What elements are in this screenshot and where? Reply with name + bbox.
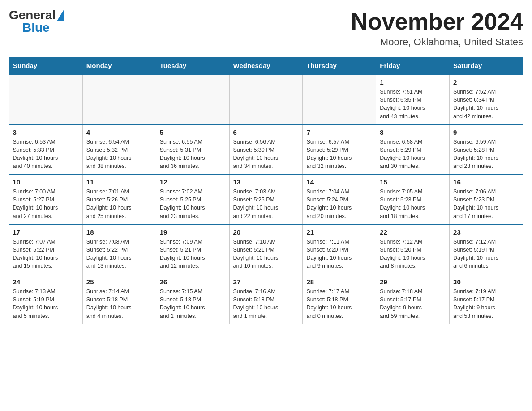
day-number: 6: [233, 128, 299, 136]
day-info: Sunrise: 7:13 AM Sunset: 5:19 PM Dayligh…: [13, 287, 79, 320]
day-info: Sunrise: 6:58 AM Sunset: 5:29 PM Dayligh…: [380, 138, 446, 171]
day-info: Sunrise: 7:00 AM Sunset: 5:27 PM Dayligh…: [13, 188, 79, 220]
day-number: 22: [380, 228, 446, 236]
day-info: Sunrise: 7:07 AM Sunset: 5:22 PM Dayligh…: [13, 238, 79, 270]
calendar-cell: [82, 74, 156, 124]
day-number: 3: [13, 128, 79, 136]
logo-general-text: General: [9, 9, 56, 21]
day-info: Sunrise: 7:18 AM Sunset: 5:17 PM Dayligh…: [380, 287, 446, 320]
calendar-cell: 11Sunrise: 7:01 AM Sunset: 5:26 PM Dayli…: [82, 174, 156, 224]
day-number: 30: [453, 278, 519, 286]
day-info: Sunrise: 7:11 AM Sunset: 5:20 PM Dayligh…: [306, 238, 372, 270]
day-number: 28: [306, 278, 372, 286]
calendar-cell: 25Sunrise: 7:14 AM Sunset: 5:18 PM Dayli…: [82, 274, 156, 324]
calendar-cell: 6Sunrise: 6:56 AM Sunset: 5:30 PM Daylig…: [229, 124, 303, 175]
day-number: 27: [233, 278, 299, 286]
page-subtitle: Moore, Oklahoma, United States: [351, 36, 523, 48]
day-info: Sunrise: 6:59 AM Sunset: 5:28 PM Dayligh…: [453, 138, 519, 171]
day-number: 15: [380, 178, 446, 186]
calendar-cell: 2Sunrise: 7:52 AM Sunset: 6:34 PM Daylig…: [450, 74, 523, 124]
calendar-cell: 21Sunrise: 7:11 AM Sunset: 5:20 PM Dayli…: [303, 224, 376, 274]
calendar-cell: 24Sunrise: 7:13 AM Sunset: 5:19 PM Dayli…: [9, 274, 83, 324]
day-info: Sunrise: 7:08 AM Sunset: 5:22 PM Dayligh…: [86, 238, 152, 270]
day-info: Sunrise: 7:10 AM Sunset: 5:21 PM Dayligh…: [233, 238, 299, 270]
calendar-cell: [9, 74, 83, 124]
header-cell-saturday: Saturday: [450, 57, 523, 75]
day-number: 4: [86, 128, 152, 136]
calendar-body: 1Sunrise: 7:51 AM Sunset: 6:35 PM Daylig…: [9, 74, 523, 324]
day-number: 19: [160, 228, 226, 236]
day-number: 25: [86, 278, 152, 286]
calendar-cell: 29Sunrise: 7:18 AM Sunset: 5:17 PM Dayli…: [376, 274, 450, 324]
day-info: Sunrise: 7:03 AM Sunset: 5:25 PM Dayligh…: [233, 188, 299, 220]
calendar-cell: 28Sunrise: 7:17 AM Sunset: 5:18 PM Dayli…: [303, 274, 376, 324]
day-number: 24: [13, 278, 79, 286]
day-number: 10: [13, 178, 79, 186]
day-info: Sunrise: 7:52 AM Sunset: 6:34 PM Dayligh…: [453, 88, 519, 120]
header-cell-thursday: Thursday: [303, 57, 376, 75]
day-number: 17: [13, 228, 79, 236]
calendar-week-3: 10Sunrise: 7:00 AM Sunset: 5:27 PM Dayli…: [9, 174, 523, 224]
calendar-cell: 4Sunrise: 6:54 AM Sunset: 5:32 PM Daylig…: [82, 124, 156, 175]
calendar-cell: 19Sunrise: 7:09 AM Sunset: 5:21 PM Dayli…: [156, 224, 229, 274]
calendar-cell: 9Sunrise: 6:59 AM Sunset: 5:28 PM Daylig…: [450, 124, 523, 175]
calendar-cell: 17Sunrise: 7:07 AM Sunset: 5:22 PM Dayli…: [9, 224, 83, 274]
day-number: 21: [306, 228, 372, 236]
day-info: Sunrise: 7:06 AM Sunset: 5:23 PM Dayligh…: [453, 188, 519, 220]
day-info: Sunrise: 7:51 AM Sunset: 6:35 PM Dayligh…: [380, 88, 446, 120]
day-info: Sunrise: 6:54 AM Sunset: 5:32 PM Dayligh…: [86, 138, 152, 171]
day-number: 23: [453, 228, 519, 236]
day-info: Sunrise: 7:09 AM Sunset: 5:21 PM Dayligh…: [160, 238, 226, 270]
day-number: 9: [453, 128, 519, 136]
day-info: Sunrise: 7:12 AM Sunset: 5:20 PM Dayligh…: [380, 238, 446, 270]
header-cell-friday: Friday: [376, 57, 450, 75]
page-header: General Blue November 2024 Moore, Oklaho…: [9, 9, 523, 48]
calendar-cell: 16Sunrise: 7:06 AM Sunset: 5:23 PM Dayli…: [450, 174, 523, 224]
calendar-cell: 7Sunrise: 6:57 AM Sunset: 5:29 PM Daylig…: [303, 124, 376, 175]
calendar-week-5: 24Sunrise: 7:13 AM Sunset: 5:19 PM Dayli…: [9, 274, 523, 324]
calendar-cell: 5Sunrise: 6:55 AM Sunset: 5:31 PM Daylig…: [156, 124, 229, 175]
calendar-week-2: 3Sunrise: 6:53 AM Sunset: 5:33 PM Daylig…: [9, 124, 523, 175]
day-number: 18: [86, 228, 152, 236]
calendar-cell: [156, 74, 229, 124]
calendar-cell: 18Sunrise: 7:08 AM Sunset: 5:22 PM Dayli…: [82, 224, 156, 274]
day-info: Sunrise: 7:15 AM Sunset: 5:18 PM Dayligh…: [160, 287, 226, 320]
day-info: Sunrise: 7:04 AM Sunset: 5:24 PM Dayligh…: [306, 188, 372, 220]
day-info: Sunrise: 6:53 AM Sunset: 5:33 PM Dayligh…: [13, 138, 79, 171]
day-info: Sunrise: 7:19 AM Sunset: 5:17 PM Dayligh…: [453, 287, 519, 320]
day-number: 1: [380, 78, 446, 86]
day-number: 12: [160, 178, 226, 186]
day-info: Sunrise: 6:56 AM Sunset: 5:30 PM Dayligh…: [233, 138, 299, 171]
day-number: 14: [306, 178, 372, 186]
header-cell-sunday: Sunday: [9, 57, 83, 75]
header-cell-wednesday: Wednesday: [229, 57, 303, 75]
calendar-header: SundayMondayTuesdayWednesdayThursdayFrid…: [9, 57, 523, 75]
calendar-cell: 8Sunrise: 6:58 AM Sunset: 5:29 PM Daylig…: [376, 124, 450, 175]
header-row: SundayMondayTuesdayWednesdayThursdayFrid…: [9, 57, 523, 75]
day-number: 20: [233, 228, 299, 236]
day-number: 7: [306, 128, 372, 136]
header-cell-monday: Monday: [82, 57, 156, 75]
title-block: November 2024 Moore, Oklahoma, United St…: [351, 9, 523, 48]
calendar-cell: 12Sunrise: 7:02 AM Sunset: 5:25 PM Dayli…: [156, 174, 229, 224]
day-info: Sunrise: 7:17 AM Sunset: 5:18 PM Dayligh…: [306, 287, 372, 320]
calendar-cell: [303, 74, 376, 124]
calendar-cell: 10Sunrise: 7:00 AM Sunset: 5:27 PM Dayli…: [9, 174, 83, 224]
day-number: 5: [160, 128, 226, 136]
calendar-cell: 20Sunrise: 7:10 AM Sunset: 5:21 PM Dayli…: [229, 224, 303, 274]
calendar-table: SundayMondayTuesdayWednesdayThursdayFrid…: [9, 57, 523, 324]
calendar-week-4: 17Sunrise: 7:07 AM Sunset: 5:22 PM Dayli…: [9, 224, 523, 274]
day-number: 29: [380, 278, 446, 286]
logo-triangle-icon: [57, 9, 64, 21]
day-number: 11: [86, 178, 152, 186]
calendar-week-1: 1Sunrise: 7:51 AM Sunset: 6:35 PM Daylig…: [9, 74, 523, 124]
day-number: 2: [453, 78, 519, 86]
logo: General Blue: [9, 9, 64, 34]
logo-blue-text: Blue: [22, 21, 50, 34]
day-info: Sunrise: 7:12 AM Sunset: 5:19 PM Dayligh…: [453, 238, 519, 270]
calendar-cell: 27Sunrise: 7:16 AM Sunset: 5:18 PM Dayli…: [229, 274, 303, 324]
calendar-cell: 13Sunrise: 7:03 AM Sunset: 5:25 PM Dayli…: [229, 174, 303, 224]
calendar-cell: 22Sunrise: 7:12 AM Sunset: 5:20 PM Dayli…: [376, 224, 450, 274]
day-info: Sunrise: 7:01 AM Sunset: 5:26 PM Dayligh…: [86, 188, 152, 220]
header-cell-tuesday: Tuesday: [156, 57, 229, 75]
